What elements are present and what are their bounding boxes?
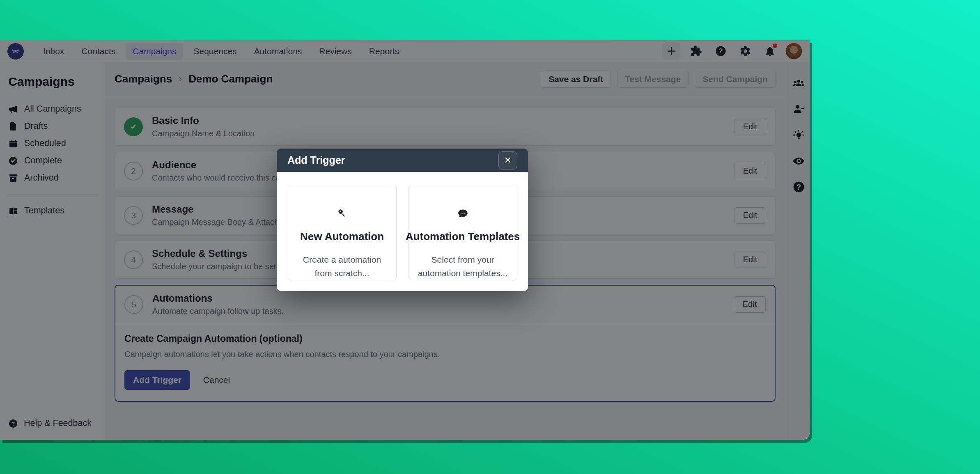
add-trigger-modal: Add Trigger ✕ New Automation Create a au… [277, 149, 528, 291]
modal-header: Add Trigger ✕ [277, 149, 528, 172]
desktop-background: { "labels": { "edit": "Edit" }, "nav": {… [0, 0, 980, 474]
new-automation-option[interactable]: New Automation Create a automation from … [288, 185, 397, 280]
app-window: Inbox Contacts Campaigns Sequences Autom… [0, 40, 810, 440]
automation-templates-option[interactable]: Automation Templates Select from your au… [409, 185, 517, 280]
option-title: New Automation [300, 230, 384, 243]
modal-title: Add Trigger [287, 154, 345, 166]
modal-close-button[interactable]: ✕ [498, 151, 517, 169]
close-icon: ✕ [504, 155, 512, 166]
option-description: Select from your automation templates... [418, 253, 508, 280]
chat-bubble-icon [457, 208, 468, 219]
modal-body: New Automation Create a automation from … [277, 172, 528, 291]
option-title: Automation Templates [406, 230, 520, 243]
key-icon [337, 208, 348, 219]
option-description: Create a automation from scratch... [297, 253, 387, 280]
